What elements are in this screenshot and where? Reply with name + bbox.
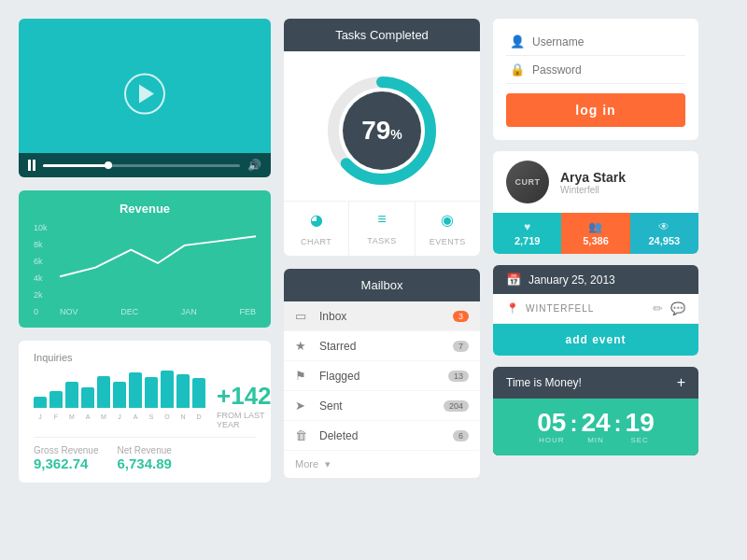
net-label: Net Revenue bbox=[117, 445, 171, 455]
username-row: 👤 bbox=[506, 28, 685, 56]
edit-icon[interactable]: ✏ bbox=[653, 301, 663, 315]
profile-stats: ♥ 2,719 👥 5,386 👁 24,953 bbox=[493, 213, 698, 254]
calendar-body: 📍 WINTERFELL ✏ 💬 bbox=[493, 294, 698, 324]
y-label-4k: 4k bbox=[34, 273, 48, 283]
password-row: 🔒 bbox=[506, 56, 685, 84]
calendar-icon: 📅 bbox=[506, 273, 521, 287]
mail-item-sent[interactable]: ➤ Sent 204 bbox=[284, 391, 480, 421]
mail-more-label: More bbox=[295, 458, 318, 469]
colon-1: : bbox=[570, 411, 577, 437]
people-icon: 👥 bbox=[565, 220, 626, 233]
progress-fill bbox=[43, 164, 112, 167]
chart-tab-label: CHART bbox=[301, 237, 331, 246]
bx-m: M bbox=[65, 413, 78, 420]
tab-chart[interactable]: ◕ CHART bbox=[284, 202, 349, 256]
inquiries-card: Inquiries bbox=[19, 341, 271, 483]
right-column: 👤 🔒 log in CURT Arya Stark Winterfell bbox=[493, 19, 698, 483]
likes-value: 2,719 bbox=[497, 235, 557, 246]
cal-action-buttons: ✏ 💬 bbox=[653, 301, 685, 315]
progress-bar[interactable] bbox=[43, 164, 240, 167]
bx-m2: M bbox=[97, 413, 110, 420]
sent-icon: ➤ bbox=[295, 399, 312, 413]
heart-icon: ♥ bbox=[497, 220, 557, 233]
timer-title: Time is Money! bbox=[506, 376, 582, 389]
inbox-badge: 3 bbox=[453, 311, 469, 322]
lock-icon: 🔒 bbox=[510, 63, 525, 77]
add-event-button[interactable]: add event bbox=[493, 324, 698, 356]
eye-icon: 👁 bbox=[634, 220, 695, 233]
mailbox-card: Mailbox ▭ Inbox 3 ★ Starred 7 ⚑ Flagged … bbox=[284, 269, 480, 478]
donut-percent-symbol: % bbox=[390, 127, 402, 142]
gross-revenue: Gross Revenue 9,362.74 bbox=[34, 445, 98, 471]
bx-j: J bbox=[34, 413, 47, 420]
play-icon bbox=[139, 85, 154, 104]
y-label-6k: 6k bbox=[34, 257, 48, 266]
stat-likes[interactable]: ♥ 2,719 bbox=[493, 213, 561, 254]
bar-3 bbox=[65, 382, 78, 408]
flagged-icon: ⚑ bbox=[295, 369, 312, 383]
video-player: 🔊 bbox=[19, 19, 271, 177]
timer-header: Time is Money! + bbox=[493, 367, 698, 399]
user-icon: 👤 bbox=[510, 35, 525, 49]
bx-a: A bbox=[81, 413, 94, 420]
gross-label: Gross Revenue bbox=[34, 445, 98, 455]
sent-badge: 204 bbox=[444, 400, 469, 412]
login-card: 👤 🔒 log in bbox=[493, 19, 698, 140]
revenue-chart: Revenue 10k 8k 6k 4k 2k 0 NOV DEC JAN bbox=[19, 190, 271, 328]
starred-label: Starred bbox=[319, 340, 453, 353]
bx-d: D bbox=[192, 413, 205, 420]
bx-o: O bbox=[161, 413, 174, 420]
mail-item-starred[interactable]: ★ Starred 7 bbox=[284, 331, 480, 361]
colon-2: : bbox=[614, 411, 622, 437]
net-revenue: Net Revenue 6,734.89 bbox=[117, 445, 171, 471]
timer-add-icon[interactable]: + bbox=[677, 374, 685, 391]
mail-item-inbox[interactable]: ▭ Inbox 3 bbox=[284, 301, 480, 331]
deleted-icon: 🗑 bbox=[295, 428, 312, 442]
x-label-jan: JAN bbox=[181, 307, 197, 316]
net-value: 6,734.89 bbox=[117, 455, 171, 471]
mail-item-flagged[interactable]: ⚑ Flagged 13 bbox=[284, 361, 480, 391]
flagged-badge: 13 bbox=[448, 371, 469, 382]
mailbox-header: Mailbox bbox=[284, 269, 480, 301]
pause-bar-left bbox=[28, 160, 31, 171]
login-button[interactable]: log in bbox=[506, 93, 685, 127]
calendar-date: January 25, 2013 bbox=[529, 273, 615, 287]
calendar-card: 📅 January 25, 2013 📍 WINTERFELL ✏ 💬 add … bbox=[493, 265, 698, 356]
chat-icon[interactable]: 💬 bbox=[670, 301, 685, 315]
mail-item-deleted[interactable]: 🗑 Deleted 6 bbox=[284, 421, 480, 451]
play-button[interactable] bbox=[124, 74, 165, 115]
starred-badge: 7 bbox=[453, 341, 469, 352]
events-tab-label: EVENTS bbox=[430, 237, 466, 246]
stat-views[interactable]: 👁 24,953 bbox=[630, 213, 698, 254]
bar-x-labels: J F M A M J A S O N D bbox=[34, 413, 205, 420]
bx-s: S bbox=[145, 413, 158, 420]
bar-7 bbox=[129, 372, 142, 408]
donut-percent-value: 79 bbox=[361, 116, 390, 145]
profile-header: CURT Arya Stark Winterfell bbox=[493, 151, 698, 213]
flagged-label: Flagged bbox=[319, 370, 448, 383]
bx-j2: J bbox=[113, 413, 126, 420]
tasks-tabs: ◕ CHART ≡ TASKS ◉ EVENTS bbox=[284, 201, 480, 256]
tab-tasks[interactable]: ≡ TASKS bbox=[349, 202, 415, 256]
bar-6 bbox=[113, 382, 126, 408]
timer-seconds: 19 SEC bbox=[626, 410, 655, 444]
starred-icon: ★ bbox=[295, 339, 312, 353]
volume-icon[interactable]: 🔊 bbox=[247, 159, 261, 172]
y-label-0: 0 bbox=[34, 307, 48, 316]
username-input[interactable] bbox=[532, 35, 682, 49]
timer-card: Time is Money! + 05 HOUR : 24 MIN : 19 S… bbox=[493, 367, 698, 455]
mail-more[interactable]: More ▾ bbox=[284, 451, 480, 478]
tab-events[interactable]: ◉ EVENTS bbox=[416, 202, 480, 256]
deleted-badge: 6 bbox=[453, 430, 469, 441]
bar-chart bbox=[34, 371, 205, 408]
x-label-dec: DEC bbox=[120, 307, 138, 316]
video-controls: 🔊 bbox=[19, 153, 271, 177]
x-label-feb: FEB bbox=[239, 307, 256, 316]
tasks-tab-label: TASKS bbox=[367, 236, 396, 245]
left-column: 🔊 Revenue 10k 8k 6k 4k 2k 0 NOV bbox=[19, 19, 271, 483]
password-input[interactable] bbox=[532, 63, 682, 77]
stat-followers[interactable]: 👥 5,386 bbox=[561, 213, 629, 254]
profile-card: CURT Arya Stark Winterfell ♥ 2,719 👥 5,3… bbox=[493, 151, 698, 254]
pause-button[interactable] bbox=[28, 160, 35, 171]
location-icon: 📍 bbox=[506, 302, 520, 315]
